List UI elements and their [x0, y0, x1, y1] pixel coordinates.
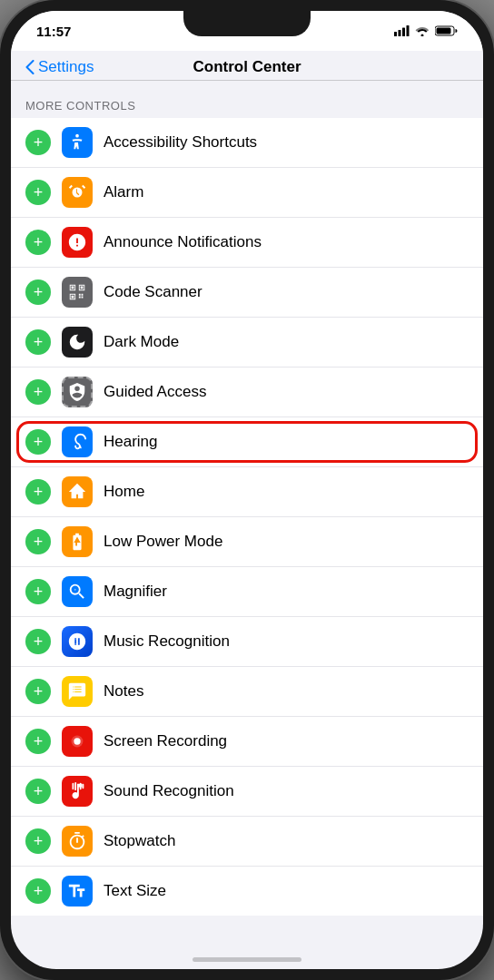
- svg-rect-1: [399, 30, 401, 36]
- app-icon-text-size: [62, 876, 93, 906]
- app-icon-stopwatch: [62, 826, 93, 857]
- item-label-screen-recording: Screen Recording: [104, 732, 469, 750]
- app-icon-sound-recognition: [62, 776, 93, 807]
- add-button[interactable]: [25, 279, 51, 305]
- svg-rect-5: [437, 28, 451, 34]
- item-label-sound-recognition: Sound Recognition: [104, 782, 469, 800]
- add-button[interactable]: [25, 479, 51, 505]
- list-item[interactable]: Text Size: [11, 867, 483, 916]
- stopwatch-icon: [67, 831, 87, 851]
- item-label-magnifier: Magnifier: [104, 583, 469, 601]
- add-button[interactable]: [25, 878, 51, 904]
- list-item[interactable]: Code Scanner: [11, 268, 483, 318]
- list-item[interactable]: Alarm: [11, 168, 483, 218]
- app-icon-screen-recording: [62, 726, 93, 757]
- app-icon-hearing: [62, 426, 93, 457]
- app-icon-announce: [62, 227, 93, 258]
- back-button[interactable]: Settings: [25, 58, 94, 76]
- app-icon-music-recognition: [62, 626, 93, 657]
- list-item[interactable]: Dark Mode: [11, 318, 483, 368]
- sound-recognition-icon: [67, 781, 87, 801]
- svg-rect-2: [402, 28, 405, 37]
- status-icons: [394, 25, 458, 36]
- list-item[interactable]: Stopwatch: [11, 817, 483, 867]
- item-label-music-recognition: Music Recognition: [104, 632, 469, 651]
- notch: [183, 11, 311, 36]
- list-item[interactable]: Sound Recognition: [11, 767, 483, 817]
- add-button[interactable]: [25, 779, 51, 804]
- back-label: Settings: [38, 58, 94, 76]
- home-icon: [67, 482, 87, 502]
- item-label-home: Home: [104, 483, 469, 501]
- add-button[interactable]: [25, 180, 51, 205]
- low-power-icon: [67, 532, 87, 552]
- magnifier-icon: [67, 582, 87, 602]
- app-icon-code-scanner: [62, 277, 93, 308]
- svg-rect-0: [394, 32, 397, 36]
- svg-rect-10: [73, 783, 74, 789]
- svg-point-9: [74, 738, 80, 744]
- home-indicator: [193, 957, 301, 962]
- list-item[interactable]: Notes: [11, 667, 483, 717]
- svg-rect-3: [407, 25, 410, 36]
- add-button[interactable]: [25, 429, 51, 455]
- add-button[interactable]: [25, 629, 51, 654]
- app-icon-accessibility: [62, 127, 93, 158]
- add-button[interactable]: [25, 579, 51, 604]
- wifi-icon: [415, 25, 430, 36]
- status-time: 11:57: [36, 24, 71, 39]
- phone-frame: 11:57: [0, 0, 494, 980]
- item-label-stopwatch: Stopwatch: [104, 832, 469, 850]
- hearing-list-item[interactable]: Hearing: [11, 417, 483, 467]
- app-icon-home: [62, 476, 93, 507]
- list-item[interactable]: Announce Notifications: [11, 218, 483, 268]
- qr-icon: [67, 282, 87, 302]
- app-icon-dark-mode: [62, 327, 93, 358]
- add-button[interactable]: [25, 729, 51, 754]
- add-button[interactable]: [25, 828, 51, 854]
- guided-access-icon: [67, 382, 87, 402]
- scroll-area[interactable]: MORE CONTROLS Accessibility Shortcuts: [11, 81, 483, 952]
- item-label-announce: Announce Notifications: [104, 233, 469, 251]
- add-button[interactable]: [25, 679, 51, 704]
- item-label-hearing: Hearing: [104, 433, 469, 451]
- list-item[interactable]: Magnifier: [11, 567, 483, 617]
- nav-bar: Settings Control Center: [11, 51, 483, 81]
- item-label-code-scanner: Code Scanner: [104, 283, 469, 301]
- item-label-dark-mode: Dark Mode: [104, 333, 469, 351]
- hearing-icon: [67, 432, 87, 452]
- app-icon-magnifier: [62, 576, 93, 607]
- app-icon-low-power: [62, 526, 93, 557]
- svg-rect-12: [80, 783, 82, 789]
- app-icon-alarm: [62, 177, 93, 208]
- item-label-accessibility: Accessibility Shortcuts: [104, 133, 469, 152]
- list-item[interactable]: Music Recognition: [11, 617, 483, 667]
- add-button[interactable]: [25, 329, 51, 355]
- list-item[interactable]: Home: [11, 467, 483, 517]
- shazam-icon: [67, 632, 87, 652]
- add-button[interactable]: [25, 230, 51, 255]
- add-button[interactable]: [25, 379, 51, 405]
- controls-list: Accessibility Shortcuts Alarm: [11, 118, 483, 916]
- add-button[interactable]: [25, 529, 51, 554]
- notes-icon: [67, 681, 87, 701]
- svg-point-6: [75, 134, 79, 138]
- add-button[interactable]: [25, 130, 51, 155]
- item-label-alarm: Alarm: [104, 183, 469, 201]
- status-bar: 11:57: [11, 11, 483, 51]
- section-header: MORE CONTROLS: [11, 81, 483, 118]
- list-item[interactable]: Accessibility Shortcuts: [11, 118, 483, 168]
- svg-point-7: [74, 589, 76, 591]
- app-icon-guided-access: [62, 377, 93, 407]
- list-item[interactable]: Screen Recording: [11, 717, 483, 767]
- text-size-icon: [67, 881, 87, 901]
- item-label-low-power: Low Power Mode: [104, 533, 469, 551]
- accessibility-icon: [67, 132, 87, 152]
- dark-mode-icon: [67, 332, 87, 352]
- svg-rect-13: [83, 784, 84, 789]
- list-item[interactable]: Low Power Mode: [11, 517, 483, 567]
- list-item[interactable]: Guided Access: [11, 368, 483, 417]
- alarm-icon: [67, 182, 87, 202]
- signal-icon: [394, 25, 410, 36]
- item-label-notes: Notes: [104, 682, 469, 701]
